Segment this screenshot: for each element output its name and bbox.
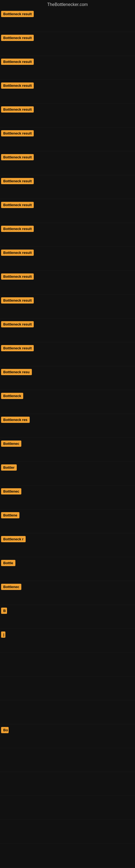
- bottleneck-badge[interactable]: B: [1, 608, 7, 614]
- bottleneck-row: Bottlenec: [0, 438, 135, 462]
- bottleneck-badge[interactable]: Bottleneck result: [1, 297, 34, 304]
- site-title: TheBottlenecker.com: [0, 0, 135, 8]
- bottleneck-badge[interactable]: Bottleneck r: [1, 536, 26, 542]
- bottleneck-badge[interactable]: Bottleneck result: [1, 130, 34, 136]
- bottleneck-row: Bottleneck result: [0, 271, 135, 294]
- bottleneck-row: Bo: [0, 724, 135, 748]
- bottleneck-badge[interactable]: Bottleneck result: [1, 273, 34, 280]
- bottleneck-row: Bottleneck result: [0, 247, 135, 271]
- bottleneck-badge[interactable]: |: [1, 631, 5, 638]
- bottleneck-badge[interactable]: Bottleneck res: [1, 416, 30, 423]
- bottleneck-row: B: [0, 605, 135, 629]
- bottleneck-badge[interactable]: Bottle: [1, 560, 15, 566]
- bottleneck-badge[interactable]: Bottler: [1, 464, 17, 471]
- bottleneck-badge[interactable]: Bottlenec: [1, 488, 21, 495]
- bottleneck-badge[interactable]: Bottleneck result: [1, 345, 34, 351]
- bottleneck-badge[interactable]: Bottleneck result: [1, 11, 34, 17]
- bottleneck-row: [0, 844, 135, 867]
- bottleneck-badge[interactable]: Bottleneck: [1, 393, 23, 399]
- bottleneck-badge[interactable]: Bottleneck result: [1, 106, 34, 113]
- items-container: Bottleneck resultBottleneck resultBottle…: [0, 8, 135, 867]
- bottleneck-row: [0, 772, 135, 796]
- bottleneck-row: Bottleneck result: [0, 199, 135, 223]
- bottleneck-row: Bottleneck result: [0, 294, 135, 318]
- bottleneck-row: [0, 701, 135, 724]
- bottleneck-row: Bottlene: [0, 509, 135, 533]
- bottleneck-row: [0, 796, 135, 820]
- bottleneck-row: Bottleneck result: [0, 151, 135, 175]
- bottleneck-badge[interactable]: Bottleneck result: [1, 59, 34, 65]
- bottleneck-badge[interactable]: Bottleneck result: [1, 321, 34, 328]
- bottleneck-row: Bottleneck res: [0, 414, 135, 438]
- bottleneck-badge[interactable]: Bo: [1, 727, 9, 733]
- bottleneck-badge[interactable]: Bottlene: [1, 512, 19, 518]
- bottleneck-row: Bottleneck result: [0, 56, 135, 80]
- bottleneck-row: Bottleneck result: [0, 318, 135, 342]
- bottleneck-badge[interactable]: Bottleneck resu: [1, 369, 32, 375]
- bottleneck-badge[interactable]: Bottleneck result: [1, 35, 34, 41]
- bottleneck-row: [0, 748, 135, 772]
- bottleneck-badge[interactable]: Bottlenec: [1, 440, 21, 447]
- bottleneck-row: [0, 820, 135, 844]
- bottleneck-badge[interactable]: Bottleneck result: [1, 226, 34, 232]
- bottleneck-row: Bottleneck result: [0, 342, 135, 366]
- bottleneck-row: Bottleneck r: [0, 533, 135, 557]
- bottleneck-row: Bottleneck resu: [0, 366, 135, 390]
- bottleneck-row: Bottlenec: [0, 486, 135, 509]
- bottleneck-badge[interactable]: Bottleneck result: [1, 250, 34, 256]
- bottleneck-badge[interactable]: Bottleneck result: [1, 83, 34, 89]
- bottleneck-row: Bottleneck result: [0, 8, 135, 32]
- bottleneck-row: Bottleneck result: [0, 80, 135, 104]
- bottleneck-badge[interactable]: Bottleneck result: [1, 178, 34, 184]
- bottleneck-badge[interactable]: Bottleneck result: [1, 202, 34, 208]
- bottleneck-row: [0, 677, 135, 701]
- bottleneck-badge[interactable]: Bottleneck result: [1, 154, 34, 160]
- bottleneck-row: Bottleneck result: [0, 32, 135, 56]
- bottleneck-row: Bottleneck: [0, 390, 135, 414]
- bottleneck-row: Bottleneck result: [0, 175, 135, 199]
- bottleneck-row: Bottlenec: [0, 581, 135, 605]
- bottleneck-row: Bottleneck result: [0, 104, 135, 127]
- bottleneck-row: Bottleneck result: [0, 223, 135, 247]
- bottleneck-badge[interactable]: Bottlenec: [1, 584, 21, 590]
- bottleneck-row: Bottleneck result: [0, 127, 135, 151]
- bottleneck-row: Bottle: [0, 557, 135, 581]
- bottleneck-row: [0, 653, 135, 677]
- bottleneck-row: Bottler: [0, 462, 135, 486]
- bottleneck-row: |: [0, 629, 135, 653]
